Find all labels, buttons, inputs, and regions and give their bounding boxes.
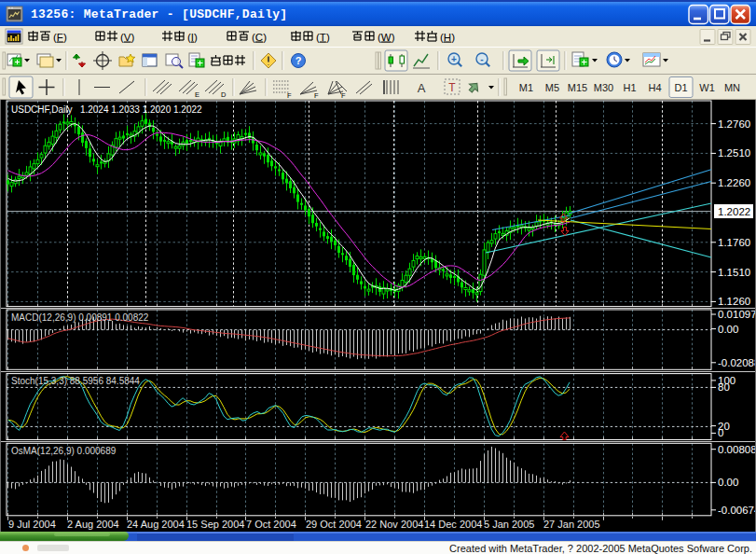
- svg-text:?: ?: [296, 55, 302, 66]
- svg-text:0.00: 0.00: [718, 324, 738, 335]
- svg-text:15 Sep 2004: 15 Sep 2004: [186, 519, 244, 530]
- svg-text:M5: M5: [545, 82, 559, 93]
- svg-text:-: -: [480, 54, 483, 64]
- svg-text:(F): (F): [53, 32, 67, 43]
- svg-text:0.00: 0.00: [718, 477, 738, 488]
- svg-text:M15: M15: [568, 82, 587, 93]
- svg-text:+: +: [451, 54, 457, 64]
- svg-text:1.2760: 1.2760: [718, 118, 750, 130]
- svg-text:(W): (W): [378, 32, 395, 43]
- svg-text:0: 0: [718, 427, 723, 438]
- svg-text:(T): (T): [316, 32, 330, 43]
- svg-text:-0.00674: -0.00674: [718, 505, 756, 516]
- svg-text:24 Aug 2004: 24 Aug 2004: [127, 519, 185, 530]
- svg-text:USDCHF,Daily 1.2024 1.2033 1: USDCHF,Daily 1.2024 1.2033 1.2020 1.2022: [11, 104, 202, 115]
- svg-text:F: F: [287, 91, 292, 100]
- svg-text:27 Jan 2005: 27 Jan 2005: [543, 519, 600, 530]
- svg-text:(I): (I): [187, 32, 198, 43]
- svg-text:H1: H1: [623, 82, 636, 93]
- svg-text:7 Oct 2004: 7 Oct 2004: [246, 519, 296, 530]
- svg-text:9 Jul 2004: 9 Jul 2004: [8, 519, 56, 530]
- svg-text:1.2260: 1.2260: [718, 177, 750, 188]
- svg-text:F: F: [314, 91, 319, 100]
- svg-text:E: E: [195, 90, 199, 99]
- svg-text:MACD(12,26,9) 0.00891 0.00822: MACD(12,26,9) 0.00891 0.00822: [11, 312, 149, 323]
- svg-text:A: A: [418, 81, 426, 95]
- svg-text:1.1760: 1.1760: [718, 237, 750, 248]
- svg-text:D: D: [221, 90, 227, 99]
- svg-text:OsMA(12,26,9) 0.000689: OsMA(12,26,9) 0.000689: [11, 446, 117, 456]
- svg-text:0.01097: 0.01097: [718, 309, 756, 320]
- svg-text:(H): (H): [440, 32, 455, 43]
- svg-text:(V): (V): [120, 32, 135, 43]
- svg-text:5 Jan 2005: 5 Jan 2005: [484, 519, 534, 530]
- svg-text:22 Nov 2004: 22 Nov 2004: [365, 519, 423, 530]
- svg-text:H4: H4: [648, 82, 661, 93]
- svg-text:14 Dec 2004: 14 Dec 2004: [424, 519, 482, 530]
- svg-text:29 Oct 2004: 29 Oct 2004: [306, 519, 362, 530]
- svg-text:1.2022: 1.2022: [718, 206, 750, 217]
- svg-text:D1: D1: [674, 82, 687, 93]
- svg-text:T: T: [448, 81, 456, 94]
- svg-text:80: 80: [718, 381, 730, 393]
- svg-text:MN: MN: [724, 82, 740, 93]
- svg-text:W1: W1: [699, 82, 715, 93]
- svg-text:M30: M30: [594, 82, 613, 93]
- svg-text:M1: M1: [519, 82, 533, 93]
- svg-text:1.1510: 1.1510: [718, 267, 750, 278]
- svg-text:-0.02088: -0.02088: [718, 357, 756, 368]
- svg-text:(C): (C): [252, 32, 267, 43]
- svg-text:13256: MetaTrader - [USDCHF,Da: 13256: MetaTrader - [USDCHF,Daily]: [31, 7, 287, 21]
- svg-text:Stoch(15,3,3) 88.5956 84.5844: Stoch(15,3,3) 88.5956 84.5844: [11, 376, 140, 386]
- svg-text:1.1260: 1.1260: [718, 296, 750, 307]
- svg-text:1.2510: 1.2510: [718, 147, 750, 159]
- svg-text:F: F: [341, 91, 346, 100]
- svg-text:2 Aug 2004: 2 Aug 2004: [67, 519, 119, 530]
- svg-text:0.008087: 0.008087: [718, 444, 756, 455]
